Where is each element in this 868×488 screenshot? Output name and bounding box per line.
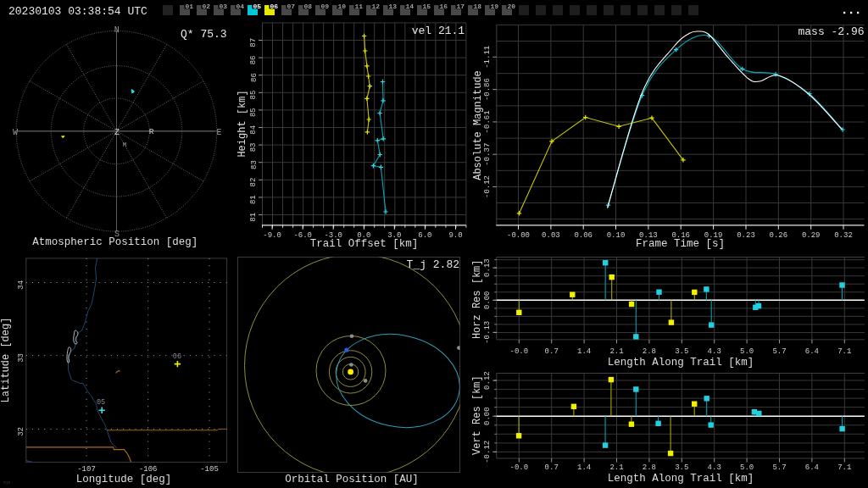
svg-text:Horz Res [km]: Horz Res [km]	[472, 259, 484, 339]
svg-text:86: 86	[250, 55, 259, 64]
svg-text:13: 13	[388, 3, 397, 10]
svg-text:02: 02	[202, 3, 210, 10]
svg-text:6.4: 6.4	[805, 463, 819, 472]
svg-text:84: 84	[250, 125, 259, 135]
svg-text:T_j 2.82: T_j 2.82	[407, 258, 459, 271]
svg-text:2.1: 2.1	[609, 463, 623, 472]
svg-text:-0.86: -0.86	[483, 78, 492, 101]
svg-text:2.8: 2.8	[643, 463, 656, 472]
svg-text:19: 19	[490, 3, 498, 10]
svg-text:-106: -106	[139, 465, 158, 474]
svg-text:33: 33	[17, 353, 25, 363]
svg-text:81: 81	[250, 195, 259, 204]
svg-text:14: 14	[405, 3, 414, 10]
svg-text:0.03: 0.03	[542, 231, 560, 240]
svg-text:9.0: 9.0	[448, 231, 462, 240]
svg-text:6.4: 6.4	[805, 347, 819, 356]
svg-text:5.0: 5.0	[740, 347, 754, 356]
svg-text:Longitude [deg]: Longitude [deg]	[76, 474, 172, 485]
svg-text:32: 32	[17, 427, 25, 436]
svg-text:85: 85	[250, 91, 259, 100]
svg-text:83: 83	[250, 160, 259, 169]
svg-text:03: 03	[219, 3, 227, 10]
svg-text:2.8: 2.8	[643, 347, 656, 356]
svg-text:-0.61: -0.61	[483, 110, 492, 133]
svg-text:5.0: 5.0	[740, 463, 754, 472]
svg-text:0.23: 0.23	[737, 231, 755, 240]
svg-text:0.00: 0.00	[484, 291, 492, 309]
svg-text:Latitude [deg]: Latitude [deg]	[0, 318, 12, 403]
svg-text:06: 06	[270, 3, 278, 10]
svg-text:87: 87	[250, 38, 259, 47]
svg-text:06: 06	[173, 352, 181, 361]
svg-text:Q* 75.3: Q* 75.3	[181, 28, 227, 41]
svg-text:05: 05	[253, 3, 261, 10]
svg-text:Frame Time [s]: Frame Time [s]	[636, 238, 725, 250]
svg-text:0.7: 0.7	[545, 347, 559, 356]
svg-text:16: 16	[439, 3, 448, 10]
svg-text:11: 11	[354, 3, 363, 10]
svg-text:10: 10	[337, 3, 346, 10]
svg-text:N: N	[114, 25, 120, 35]
svg-text:Trail Offset [km]: Trail Offset [km]	[310, 238, 419, 250]
svg-text:0.26: 0.26	[769, 231, 787, 240]
svg-text:82: 82	[250, 178, 259, 187]
svg-text:-0.37: -0.37	[483, 143, 492, 166]
svg-text:5.7: 5.7	[772, 347, 786, 356]
svg-text:08: 08	[303, 3, 312, 10]
svg-text:Atmospheric Position [deg]: Atmospheric Position [deg]	[32, 236, 198, 248]
svg-text:vel 21.1: vel 21.1	[412, 25, 465, 37]
svg-text:4.3: 4.3	[708, 463, 721, 472]
svg-text:-0.13: -0.13	[484, 321, 492, 344]
svg-text:-0.00: -0.00	[507, 231, 530, 240]
svg-text:mjm: mjm	[3, 480, 10, 485]
svg-text:6.0: 6.0	[418, 231, 431, 240]
svg-text:34: 34	[17, 280, 25, 290]
svg-text:04: 04	[236, 3, 244, 10]
svg-text:1.4: 1.4	[577, 347, 591, 356]
svg-text:0.32: 0.32	[834, 231, 853, 240]
svg-text:E: E	[216, 128, 221, 137]
svg-text:Z: Z	[114, 128, 120, 137]
svg-text:3.5: 3.5	[675, 463, 688, 472]
svg-text:0.29: 0.29	[802, 231, 821, 240]
svg-text:07: 07	[287, 3, 295, 10]
svg-text:W: W	[13, 128, 18, 137]
svg-text:05: 05	[97, 398, 105, 407]
svg-text:2.1: 2.1	[609, 347, 623, 356]
svg-text:7.1: 7.1	[837, 347, 851, 356]
svg-text:-9.0: -9.0	[263, 231, 281, 240]
svg-text:12: 12	[371, 3, 380, 10]
svg-text:0.13: 0.13	[484, 258, 492, 277]
svg-text:18: 18	[473, 3, 481, 10]
svg-text:20: 20	[507, 3, 515, 10]
svg-text:Orbital Position [AU]: Orbital Position [AU]	[285, 474, 419, 485]
svg-text:R: R	[149, 127, 154, 136]
svg-text:83: 83	[250, 142, 259, 152]
svg-text:-105: -105	[200, 465, 219, 474]
svg-text:-0.0: -0.0	[509, 463, 528, 472]
svg-text:3.5: 3.5	[675, 347, 688, 356]
svg-text:0.12: 0.12	[484, 371, 492, 390]
svg-text:0.10: 0.10	[607, 231, 626, 240]
svg-text:0.06: 0.06	[574, 231, 593, 240]
svg-text:Absolute Magnitude: Absolute Magnitude	[472, 70, 484, 180]
svg-text:Length Along Trail [km]: Length Along Trail [km]	[608, 357, 754, 369]
svg-text:mass -2.96: mass -2.96	[798, 25, 864, 38]
svg-text:81: 81	[250, 213, 259, 222]
svg-text:4.3: 4.3	[708, 347, 721, 356]
svg-text:86: 86	[250, 73, 259, 82]
svg-text:85: 85	[250, 108, 259, 117]
svg-text:01: 01	[185, 3, 193, 10]
svg-text:Height [km]: Height [km]	[236, 90, 248, 157]
svg-text:09: 09	[320, 3, 329, 10]
svg-text:0.00: 0.00	[484, 407, 492, 425]
svg-text:-0.0: -0.0	[509, 347, 528, 356]
svg-text:17: 17	[456, 3, 465, 10]
svg-text:5.7: 5.7	[772, 463, 786, 472]
svg-text:0.7: 0.7	[545, 463, 559, 472]
svg-text:1.4: 1.4	[577, 463, 591, 472]
svg-text:-0.12: -0.12	[484, 441, 492, 463]
svg-text:7.1: 7.1	[837, 463, 851, 472]
svg-text:15: 15	[422, 3, 431, 10]
